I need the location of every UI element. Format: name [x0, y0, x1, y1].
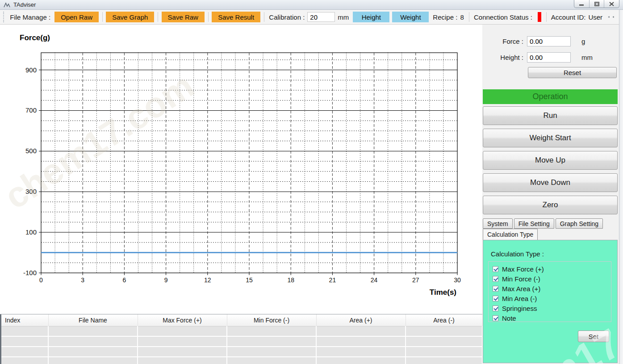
- zero-button[interactable]: Zero: [483, 196, 618, 214]
- results-table: Index File Name Max Force (+) Min Force …: [0, 314, 482, 364]
- table-cell: [406, 336, 482, 347]
- app-icon: [4, 2, 11, 8]
- option-min-area[interactable]: Min Area (-): [493, 293, 611, 303]
- column-header-index[interactable]: Index: [1, 314, 48, 326]
- table-cell: [138, 347, 227, 357]
- table-row[interactable]: [1, 347, 482, 357]
- table-row[interactable]: [1, 336, 482, 347]
- table-cell: [1, 336, 48, 347]
- column-header-area-plus[interactable]: Area (+): [316, 314, 406, 326]
- svg-text:300: 300: [25, 188, 37, 195]
- chart-panel: Force(g) 0369121518212427309007005003001…: [0, 25, 482, 314]
- svg-text:0: 0: [39, 276, 43, 284]
- table-cell: [48, 357, 138, 364]
- weight-mode-button[interactable]: Weight: [392, 12, 429, 22]
- checkbox-icon[interactable]: [493, 266, 498, 272]
- height-mode-button[interactable]: Height: [353, 12, 389, 22]
- login-icon[interactable]: [608, 13, 610, 21]
- account-id-value: User: [588, 13, 602, 21]
- table-header-row: Index File Name Max Force (+) Min Force …: [1, 314, 482, 326]
- window-scrollbar[interactable]: [619, 10, 623, 364]
- table-cell: [316, 357, 406, 364]
- force-value-field[interactable]: [527, 36, 571, 46]
- height-unit-label: mm: [581, 54, 593, 61]
- table-cell: [227, 347, 316, 357]
- table-cell: [316, 326, 406, 336]
- svg-text:15: 15: [246, 276, 253, 284]
- move-down-button[interactable]: Move Down: [483, 173, 618, 192]
- main-toolbar: File Manage : Open Raw Save Graph Save R…: [0, 10, 623, 25]
- option-min-force[interactable]: Min Force (-): [493, 274, 611, 284]
- weight-start-button[interactable]: Weight Start: [483, 129, 618, 147]
- svg-text:24: 24: [371, 276, 378, 284]
- tab-file-setting[interactable]: File Setting: [514, 218, 554, 229]
- svg-text:3: 3: [81, 276, 84, 284]
- calibration-input[interactable]: [307, 12, 335, 22]
- table-cell: [138, 336, 227, 347]
- option-max-force[interactable]: Max Force (+): [493, 264, 611, 274]
- table-cell: [48, 347, 138, 357]
- settings-tab-strip: System File Setting Graph Setting: [483, 218, 603, 229]
- tab-calculation-type[interactable]: Calculation Type: [483, 229, 538, 240]
- force-label: Force :: [482, 38, 523, 45]
- checkbox-icon[interactable]: [493, 286, 498, 292]
- table-cell: [1, 357, 48, 364]
- checkbox-icon[interactable]: [493, 296, 498, 301]
- svg-text:9: 9: [164, 276, 168, 284]
- close-button[interactable]: [604, 0, 619, 8]
- checkbox-icon[interactable]: [493, 315, 498, 321]
- open-raw-button[interactable]: Open Raw: [54, 12, 99, 22]
- svg-text:-100: -100: [23, 269, 37, 276]
- x-axis-title: Time(s): [415, 288, 456, 297]
- svg-text:18: 18: [287, 276, 294, 284]
- set-button[interactable]: Set: [578, 331, 609, 342]
- connection-status-indicator: [538, 12, 541, 22]
- title-bar: TAdviser: [0, 0, 623, 10]
- checkbox-icon[interactable]: [493, 305, 498, 311]
- calculation-panel: Calculation Type : Max Force (+) Min For…: [483, 240, 618, 363]
- logout-icon[interactable]: [612, 13, 614, 21]
- table-row[interactable]: [1, 326, 482, 336]
- height-value-field[interactable]: [527, 52, 571, 63]
- table-cell: [406, 326, 482, 336]
- option-max-area[interactable]: Max Area (+): [493, 284, 611, 293]
- move-up-button[interactable]: Move Up: [483, 151, 618, 170]
- tadviser-window: { "window": { "title": "TAdviser" }, "to…: [0, 0, 623, 364]
- option-springiness[interactable]: Springiness: [493, 303, 611, 313]
- tab-system[interactable]: System: [483, 218, 513, 229]
- checkbox-icon[interactable]: [493, 276, 498, 282]
- table-cell: [227, 336, 316, 347]
- svg-text:21: 21: [329, 276, 336, 284]
- toolbar-grip[interactable]: [3, 12, 4, 22]
- calculation-type-title: Calculation Type :: [491, 250, 544, 258]
- table-cell: [138, 326, 227, 336]
- reset-button[interactable]: Reset: [528, 67, 617, 78]
- right-panel: Force : g Height : mm Reset Operation Ru…: [482, 25, 619, 364]
- option-note[interactable]: Note: [493, 313, 611, 322]
- column-header-area-minus[interactable]: Area (-): [406, 314, 482, 326]
- results-table-body: [1, 326, 482, 364]
- save-graph-button[interactable]: Save Graph: [106, 12, 154, 22]
- table-row[interactable]: [1, 357, 482, 364]
- table-cell: [48, 336, 138, 347]
- svg-text:6: 6: [123, 276, 126, 284]
- svg-text:700: 700: [25, 106, 37, 114]
- minimize-button[interactable]: [574, 0, 590, 8]
- svg-text:30: 30: [454, 276, 461, 284]
- column-header-min-force[interactable]: Min Force (-): [227, 314, 316, 326]
- column-header-max-force[interactable]: Max Force (+): [138, 314, 227, 326]
- save-result-button[interactable]: Save Result: [212, 12, 260, 22]
- table-cell: [48, 326, 138, 336]
- column-header-file-name[interactable]: File Name: [48, 314, 138, 326]
- svg-text:27: 27: [412, 276, 419, 284]
- table-cell: [316, 336, 406, 347]
- maximize-button[interactable]: [590, 0, 605, 8]
- svg-text:500: 500: [25, 147, 37, 155]
- svg-text:12: 12: [204, 276, 211, 284]
- height-readout-row: Height : mm: [482, 52, 619, 63]
- height-label: Height :: [482, 54, 523, 61]
- svg-text:900: 900: [25, 66, 37, 74]
- save-raw-button[interactable]: Save Raw: [162, 12, 205, 22]
- tab-graph-setting[interactable]: Graph Setting: [556, 218, 603, 229]
- run-button[interactable]: Run: [483, 106, 618, 125]
